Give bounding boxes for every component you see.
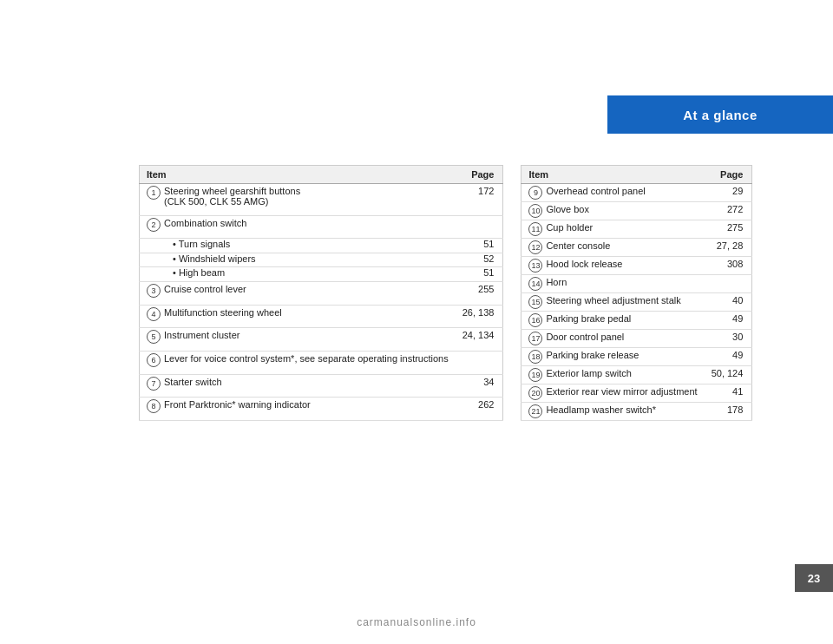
page: At a glance Item Page 1Steering wheel ge… bbox=[0, 0, 833, 644]
right-table-row: 9Overhead control panel29 bbox=[521, 184, 752, 202]
right-table-row: 18Parking brake release49 bbox=[521, 348, 752, 366]
row-item: Door control panel bbox=[544, 330, 704, 348]
right-table-row: 21Headlamp washer switch*178 bbox=[521, 403, 752, 421]
row-page: 26, 138 bbox=[456, 305, 503, 328]
row-number: 16 bbox=[521, 312, 545, 330]
row-page: 30 bbox=[705, 330, 752, 348]
row-number: 8 bbox=[140, 398, 163, 421]
row-page: 49 bbox=[705, 348, 752, 366]
row-item: Exterior lamp switch bbox=[544, 366, 704, 384]
left-table-row: 6Lever for voice control system*, see se… bbox=[140, 351, 503, 374]
header-bar: At a glance bbox=[607, 95, 833, 134]
page-number-badge: 23 bbox=[795, 564, 833, 592]
right-table-row: 11Cup holder275 bbox=[521, 220, 752, 239]
row-number: 15 bbox=[521, 293, 545, 312]
subrow-item: • Windshield wipers bbox=[162, 253, 456, 267]
row-number: 13 bbox=[521, 257, 545, 275]
row-number: 9 bbox=[521, 184, 545, 202]
row-number: 14 bbox=[521, 275, 545, 293]
row-page: 29 bbox=[705, 184, 752, 202]
row-page bbox=[456, 215, 503, 239]
right-table-row: 17Door control panel30 bbox=[521, 330, 752, 348]
row-item: Instrument cluster bbox=[162, 328, 456, 352]
row-page: 24, 134 bbox=[456, 328, 503, 352]
row-item: Hood lock release bbox=[544, 257, 704, 275]
header-title: At a glance bbox=[683, 108, 758, 122]
row-item: Starter switch bbox=[162, 374, 456, 398]
left-table-subrow: • Windshield wipers52 bbox=[140, 253, 503, 267]
row-page: 255 bbox=[456, 281, 503, 305]
row-number: 19 bbox=[521, 366, 545, 384]
subrow-item: • High beam bbox=[162, 267, 456, 282]
row-number: 18 bbox=[521, 348, 545, 366]
right-table-page-header: Page bbox=[705, 166, 752, 184]
right-table-item-header: Item bbox=[521, 166, 705, 184]
row-number: 1 bbox=[140, 184, 163, 216]
row-page: 50, 124 bbox=[705, 366, 752, 384]
row-number: 20 bbox=[521, 384, 545, 403]
row-number: 5 bbox=[140, 328, 163, 352]
row-item: Overhead control panel bbox=[544, 184, 704, 202]
row-item: Horn bbox=[544, 275, 704, 293]
row-item: Front Parktronic* warning indicator bbox=[162, 398, 456, 421]
row-page: 178 bbox=[705, 403, 752, 421]
subrow-page: 51 bbox=[456, 267, 503, 282]
row-page: 27, 28 bbox=[705, 239, 752, 257]
row-page: 40 bbox=[705, 293, 752, 312]
row-page: 262 bbox=[456, 398, 503, 421]
left-table-row: 5Instrument cluster24, 134 bbox=[140, 328, 503, 352]
row-number: 11 bbox=[521, 220, 545, 239]
row-item: Steering wheel gearshift buttons(CLK 500… bbox=[162, 184, 456, 216]
left-table-row: 4Multifunction steering wheel26, 138 bbox=[140, 305, 503, 328]
row-item: Multifunction steering wheel bbox=[162, 305, 456, 328]
row-item: Lever for voice control system*, see sep… bbox=[162, 351, 456, 374]
row-number: 4 bbox=[140, 305, 163, 328]
row-page: 272 bbox=[705, 202, 752, 220]
left-table-row: 8Front Parktronic* warning indicator262 bbox=[140, 398, 503, 421]
row-item: Headlamp washer switch* bbox=[544, 403, 704, 421]
right-table-row: 15Steering wheel adjustment stalk40 bbox=[521, 293, 752, 312]
subrow-page: 51 bbox=[456, 239, 503, 253]
page-number: 23 bbox=[808, 572, 820, 585]
row-page: 275 bbox=[705, 220, 752, 239]
row-item: Parking brake pedal bbox=[544, 312, 704, 330]
left-table-item-header: Item bbox=[140, 166, 456, 184]
right-table-row: 20Exterior rear view mirror adjustment41 bbox=[521, 384, 752, 403]
left-table-row: 1Steering wheel gearshift buttons(CLK 50… bbox=[140, 184, 503, 216]
left-table-row: 3Cruise control lever255 bbox=[140, 281, 503, 305]
row-number: 21 bbox=[521, 403, 545, 421]
right-table-row: 14Horn bbox=[521, 275, 752, 293]
row-item: Parking brake release bbox=[544, 348, 704, 366]
row-page: 308 bbox=[705, 257, 752, 275]
left-table-page-header: Page bbox=[456, 166, 503, 184]
left-table: Item Page 1Steering wheel gearshift butt… bbox=[139, 165, 503, 421]
row-item: Center console bbox=[544, 239, 704, 257]
row-number: 6 bbox=[140, 351, 163, 374]
row-page bbox=[705, 275, 752, 293]
row-page: 49 bbox=[705, 312, 752, 330]
row-item: Cruise control lever bbox=[162, 281, 456, 305]
left-table-row: 2Combination switch bbox=[140, 215, 503, 239]
row-item: Combination switch bbox=[162, 215, 456, 239]
right-table-row: 19Exterior lamp switch50, 124 bbox=[521, 366, 752, 384]
right-table-row: 12Center console27, 28 bbox=[521, 239, 752, 257]
content-area: Item Page 1Steering wheel gearshift butt… bbox=[139, 165, 752, 421]
footer-logo: carmanualsonline.info bbox=[357, 616, 476, 628]
right-table: Item Page 9Overhead control panel2910Glo… bbox=[521, 165, 752, 421]
right-table-row: 16Parking brake pedal49 bbox=[521, 312, 752, 330]
row-item: Cup holder bbox=[544, 220, 704, 239]
row-page: 172 bbox=[456, 184, 503, 216]
row-number: 3 bbox=[140, 281, 163, 305]
row-number: 17 bbox=[521, 330, 545, 348]
row-page: 34 bbox=[456, 374, 503, 398]
row-page bbox=[456, 351, 503, 374]
subrow-item: • Turn signals bbox=[162, 239, 456, 253]
left-table-subrow: • Turn signals51 bbox=[140, 239, 503, 253]
row-item: Glove box bbox=[544, 202, 704, 220]
right-table-row: 10Glove box272 bbox=[521, 202, 752, 220]
row-item: Exterior rear view mirror adjustment bbox=[544, 384, 704, 403]
row-number: 12 bbox=[521, 239, 545, 257]
row-page: 41 bbox=[705, 384, 752, 403]
right-table-row: 13Hood lock release308 bbox=[521, 257, 752, 275]
subrow-page: 52 bbox=[456, 253, 503, 267]
